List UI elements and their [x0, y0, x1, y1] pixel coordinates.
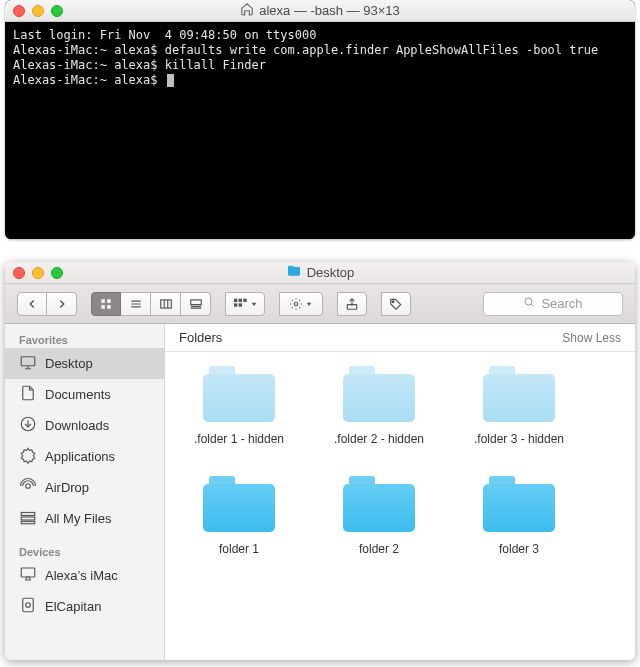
- folder-icon: [343, 366, 415, 422]
- terminal-body[interactable]: Last login: Fri Nov 4 09:48:50 on ttys00…: [5, 22, 635, 239]
- arrange-button[interactable]: [225, 292, 265, 316]
- folder-icon: [203, 476, 275, 532]
- section-header: Folders Show Less: [165, 324, 635, 352]
- terminal-line: Last login: Fri Nov 4 09:48:50 on ttys00…: [13, 28, 627, 43]
- folder-name: folder 1: [187, 542, 291, 556]
- finder-content: Folders Show Less .folder 1 - hidden .fo…: [165, 324, 635, 660]
- section-title: Folders: [179, 330, 222, 345]
- close-button[interactable]: [13, 5, 25, 17]
- folder-name: folder 3: [467, 542, 571, 556]
- folder-icon: [483, 366, 555, 422]
- search-input[interactable]: Search: [483, 292, 623, 316]
- folder-item[interactable]: .folder 3 - hidden: [467, 366, 571, 446]
- sidebar-item-allmyfiles[interactable]: All My Files: [5, 503, 164, 534]
- applications-icon: [19, 446, 37, 467]
- nav-buttons: [17, 292, 77, 316]
- folder-icon: [343, 476, 415, 532]
- sidebar-item-airdrop[interactable]: AirDrop: [5, 472, 164, 503]
- sidebar-item-label: Documents: [45, 387, 111, 402]
- svg-rect-15: [243, 298, 246, 301]
- arrange-group: [225, 292, 265, 316]
- folder-item[interactable]: folder 1: [187, 476, 291, 556]
- sidebar-item-elcapitan[interactable]: ElCapitan: [5, 591, 164, 622]
- disk-icon: [19, 596, 37, 617]
- terminal-window: alexa — -bash — 93×13 Last login: Fri No…: [5, 0, 635, 239]
- finder-body: Favorites Desktop Documents Downloads Ap…: [5, 324, 635, 660]
- minimize-button[interactable]: [32, 5, 44, 17]
- minimize-button[interactable]: [32, 267, 44, 279]
- tags-button[interactable]: [381, 292, 411, 316]
- sidebar-item-desktop[interactable]: Desktop: [5, 348, 164, 379]
- svg-point-30: [26, 484, 31, 489]
- folder-icon: [483, 476, 555, 532]
- show-less-button[interactable]: Show Less: [562, 331, 621, 345]
- share-group: [337, 292, 367, 316]
- terminal-line: Alexas-iMac:~ alexa$ killall Finder: [13, 58, 627, 73]
- finder-toolbar: Search: [5, 284, 635, 324]
- folder-item[interactable]: .folder 1 - hidden: [187, 366, 291, 446]
- imac-icon: [19, 565, 37, 586]
- document-icon: [19, 384, 37, 405]
- sidebar-item-label: AirDrop: [45, 480, 89, 495]
- sidebar-item-imac[interactable]: Alexa’s iMac: [5, 560, 164, 591]
- folder-item[interactable]: folder 3: [467, 476, 571, 556]
- sidebar-item-label: Alexa’s iMac: [45, 568, 118, 583]
- search-icon: [523, 296, 535, 311]
- action-button[interactable]: [279, 292, 323, 316]
- folder-name: .folder 2 - hidden: [327, 432, 431, 446]
- sidebar-item-downloads[interactable]: Downloads: [5, 410, 164, 441]
- zoom-button[interactable]: [51, 267, 63, 279]
- folder-row-hidden: .folder 1 - hidden .folder 2 - hidden .f…: [175, 366, 625, 446]
- svg-rect-34: [21, 568, 35, 577]
- svg-rect-17: [239, 303, 242, 306]
- desktop-icon: [19, 353, 37, 374]
- finder-title-text: Desktop: [307, 265, 355, 280]
- terminal-title-text: alexa — -bash — 93×13: [259, 3, 400, 18]
- downloads-icon: [19, 415, 37, 436]
- svg-point-23: [525, 298, 532, 305]
- sidebar-item-label: Downloads: [45, 418, 109, 433]
- window-controls: [13, 5, 63, 17]
- share-button[interactable]: [337, 292, 367, 316]
- folder-item[interactable]: folder 2: [327, 476, 431, 556]
- coverflow-view-button[interactable]: [181, 292, 211, 316]
- airdrop-icon: [19, 477, 37, 498]
- svg-marker-18: [252, 302, 257, 305]
- terminal-cursor: [167, 74, 174, 87]
- svg-rect-25: [21, 357, 35, 366]
- finder-window: Desktop: [5, 262, 635, 660]
- svg-point-19: [294, 302, 298, 306]
- sidebar-item-label: Desktop: [45, 356, 93, 371]
- column-view-button[interactable]: [151, 292, 181, 316]
- folder-name: .folder 1 - hidden: [187, 432, 291, 446]
- zoom-button[interactable]: [51, 5, 63, 17]
- svg-line-24: [531, 304, 534, 307]
- terminal-line: Alexas-iMac:~ alexa$ defaults write com.…: [13, 43, 627, 58]
- folder-item[interactable]: .folder 2 - hidden: [327, 366, 431, 446]
- action-group: [279, 292, 323, 316]
- sidebar-item-label: Applications: [45, 449, 115, 464]
- terminal-prompt-line: Alexas-iMac:~ alexa$: [13, 73, 627, 88]
- allfiles-icon: [19, 508, 37, 529]
- forward-button[interactable]: [47, 292, 77, 316]
- icon-view-button[interactable]: [91, 292, 121, 316]
- svg-rect-16: [234, 303, 237, 306]
- svg-rect-31: [21, 513, 35, 516]
- folder-row-normal: folder 1 folder 2 folder 3: [175, 476, 625, 556]
- finder-titlebar: Desktop: [5, 262, 635, 284]
- svg-rect-35: [23, 598, 34, 612]
- close-button[interactable]: [13, 267, 25, 279]
- folder-name: folder 2: [327, 542, 431, 556]
- svg-point-36: [26, 603, 31, 608]
- finder-title: Desktop: [5, 263, 635, 282]
- search-placeholder: Search: [541, 296, 582, 311]
- sidebar-item-documents[interactable]: Documents: [5, 379, 164, 410]
- sidebar-item-applications[interactable]: Applications: [5, 441, 164, 472]
- back-button[interactable]: [17, 292, 47, 316]
- folder-name: .folder 3 - hidden: [467, 432, 571, 446]
- svg-rect-13: [234, 298, 237, 301]
- list-view-button[interactable]: [121, 292, 151, 316]
- svg-marker-20: [307, 302, 312, 305]
- svg-rect-32: [21, 517, 35, 520]
- folder-icon: [286, 263, 302, 282]
